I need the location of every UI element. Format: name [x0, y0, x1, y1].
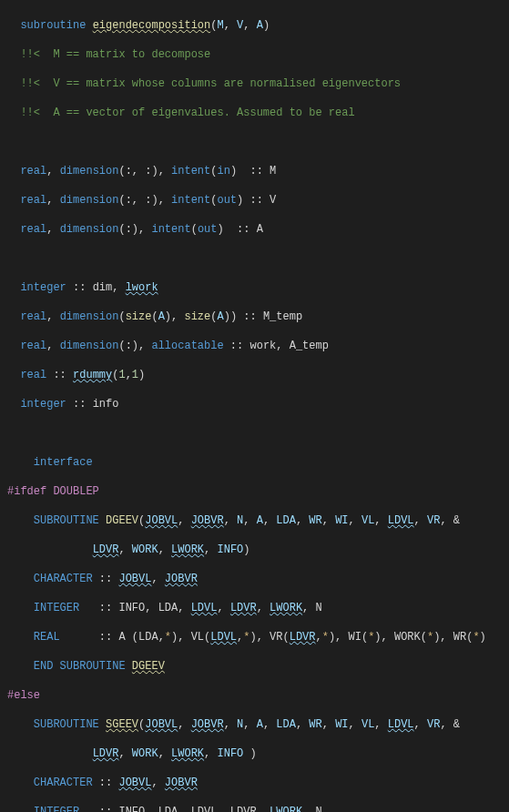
- code-line: [7, 135, 509, 149]
- code-line: #ifdef DOUBLEP: [7, 484, 509, 499]
- code-editor[interactable]: subroutine eigendecomposition(M, V, A) !…: [0, 4, 509, 812]
- code-line: CHARACTER :: JOBVL, JOBVR: [7, 776, 509, 790]
- code-line: INTEGER :: INFO, LDA, LDVL, LDVR, LWORK,…: [7, 601, 509, 615]
- code-line: #else: [7, 688, 509, 703]
- code-line: !!< V == matrix whose columns are normal…: [7, 76, 509, 91]
- code-line: [7, 426, 509, 441]
- code-line: SUBROUTINE DGEEV(JOBVL, JOBVR, N, A, LDA…: [7, 513, 509, 528]
- code-line: real, dimension(:, :), intent(in) :: M: [7, 164, 509, 178]
- code-line: !!< A == vector of eigenvalues. Assumed …: [7, 106, 509, 120]
- code-line: real :: rdummy(1,1): [7, 368, 509, 382]
- code-line: REAL :: A (LDA,*), VL(LDVL,*), VR(LDVR,*…: [7, 630, 509, 645]
- code-line: [7, 251, 509, 266]
- code-line: interface: [7, 455, 509, 470]
- code-line: LDVR, WORK, LWORK, INFO ): [7, 746, 509, 761]
- code-line: END SUBROUTINE DGEEV: [7, 659, 509, 674]
- code-line: subroutine eigendecomposition(M, V, A): [7, 18, 509, 33]
- code-line: real, dimension(:, :), intent(out) :: V: [7, 193, 509, 208]
- code-line: integer :: info: [7, 397, 509, 411]
- code-line: CHARACTER :: JOBVL, JOBVR: [7, 572, 509, 586]
- code-line: real, dimension(:), allocatable :: work,…: [7, 339, 509, 353]
- code-line: real, dimension(size(A), size(A)) :: M_t…: [7, 310, 509, 324]
- code-line: !!< M == matrix to decompose: [7, 47, 509, 62]
- code-line: INTEGER :: INFO, LDA, LDVL, LDVR, LWORK,…: [7, 805, 509, 812]
- code-line: LDVR, WORK, LWORK, INFO): [7, 543, 509, 557]
- code-line: SUBROUTINE SGEEV(JOBVL, JOBVR, N, A, LDA…: [7, 717, 509, 732]
- code-line: real, dimension(:), intent(out) :: A: [7, 222, 509, 237]
- code-line: integer :: dim, lwork: [7, 280, 509, 295]
